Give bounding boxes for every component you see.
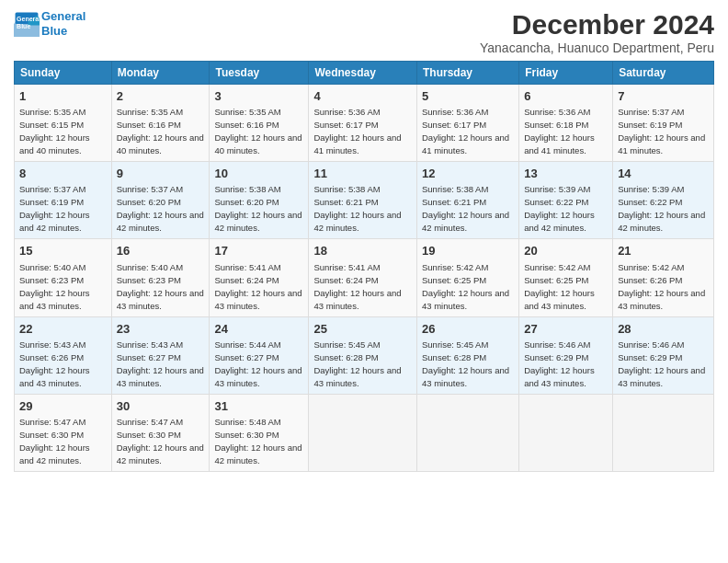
- header-sunday: Sunday: [15, 62, 112, 85]
- cell-content: Sunrise: 5:47 AMSunset: 6:30 PMDaylight:…: [117, 417, 204, 465]
- cell-content: Sunrise: 5:37 AMSunset: 6:19 PMDaylight:…: [618, 107, 705, 155]
- cell-content: Sunrise: 5:41 AMSunset: 6:24 PMDaylight:…: [313, 262, 401, 311]
- calendar-cell: 20Sunrise: 5:42 AMSunset: 6:25 PMDayligh…: [519, 239, 613, 316]
- calendar-cell: 2Sunrise: 5:35 AMSunset: 6:16 PMDaylight…: [111, 85, 210, 162]
- cell-content: Sunrise: 5:42 AMSunset: 6:25 PMDaylight:…: [524, 262, 595, 311]
- cell-content: Sunrise: 5:42 AMSunset: 6:26 PMDaylight:…: [618, 262, 705, 311]
- cell-content: Sunrise: 5:37 AMSunset: 6:20 PMDaylight:…: [117, 184, 204, 233]
- calendar-cell: 15Sunrise: 5:40 AMSunset: 6:23 PMDayligh…: [15, 239, 112, 316]
- calendar-cell: 28Sunrise: 5:46 AMSunset: 6:29 PMDayligh…: [613, 316, 714, 394]
- day-number: 27: [524, 321, 608, 338]
- calendar-cell: 17Sunrise: 5:41 AMSunset: 6:24 PMDayligh…: [210, 239, 309, 316]
- cell-content: Sunrise: 5:35 AMSunset: 6:15 PMDaylight:…: [19, 107, 90, 155]
- day-number: 29: [19, 398, 107, 415]
- cell-content: Sunrise: 5:40 AMSunset: 6:23 PMDaylight:…: [19, 262, 90, 311]
- week-row-1: 1Sunrise: 5:35 AMSunset: 6:15 PMDaylight…: [15, 85, 714, 162]
- calendar-cell: 7Sunrise: 5:37 AMSunset: 6:19 PMDaylight…: [613, 85, 714, 162]
- header-row: SundayMondayTuesdayWednesdayThursdayFrid…: [15, 62, 714, 85]
- week-row-2: 8Sunrise: 5:37 AMSunset: 6:19 PMDaylight…: [15, 162, 714, 239]
- header-wednesday: Wednesday: [309, 62, 417, 85]
- cell-content: Sunrise: 5:38 AMSunset: 6:21 PMDaylight:…: [313, 184, 401, 233]
- week-row-3: 15Sunrise: 5:40 AMSunset: 6:23 PMDayligh…: [15, 239, 714, 316]
- calendar-cell: 25Sunrise: 5:45 AMSunset: 6:28 PMDayligh…: [309, 316, 417, 394]
- week-row-5: 29Sunrise: 5:47 AMSunset: 6:30 PMDayligh…: [15, 394, 714, 471]
- subtitle: Yanacancha, Huanuco Department, Peru: [480, 40, 714, 55]
- day-number: 24: [214, 321, 303, 338]
- cell-content: Sunrise: 5:47 AMSunset: 6:30 PMDaylight:…: [19, 417, 90, 465]
- calendar-cell: [519, 394, 613, 471]
- cell-content: Sunrise: 5:46 AMSunset: 6:29 PMDaylight:…: [524, 339, 595, 388]
- day-number: 1: [19, 88, 107, 105]
- calendar-cell: 19Sunrise: 5:42 AMSunset: 6:25 PMDayligh…: [417, 239, 519, 316]
- calendar-cell: 16Sunrise: 5:40 AMSunset: 6:23 PMDayligh…: [111, 239, 210, 316]
- cell-content: Sunrise: 5:37 AMSunset: 6:19 PMDaylight:…: [19, 184, 90, 233]
- title-block: December 2024 Yanacancha, Huanuco Depart…: [480, 9, 714, 55]
- calendar-cell: 13Sunrise: 5:39 AMSunset: 6:22 PMDayligh…: [519, 162, 613, 239]
- calendar-cell: 18Sunrise: 5:41 AMSunset: 6:24 PMDayligh…: [309, 239, 417, 316]
- cell-content: Sunrise: 5:35 AMSunset: 6:16 PMDaylight:…: [117, 107, 204, 155]
- logo-icon: General Blue: [14, 11, 40, 37]
- header-saturday: Saturday: [613, 62, 714, 85]
- day-number: 31: [214, 398, 303, 415]
- calendar-cell: 11Sunrise: 5:38 AMSunset: 6:21 PMDayligh…: [309, 162, 417, 239]
- day-number: 20: [524, 243, 608, 259]
- calendar-cell: 10Sunrise: 5:38 AMSunset: 6:20 PMDayligh…: [210, 162, 309, 239]
- day-number: 28: [618, 321, 709, 338]
- day-number: 8: [19, 166, 107, 182]
- calendar-cell: 30Sunrise: 5:47 AMSunset: 6:30 PMDayligh…: [111, 394, 210, 471]
- cell-content: Sunrise: 5:43 AMSunset: 6:26 PMDaylight:…: [19, 339, 90, 388]
- cell-content: Sunrise: 5:36 AMSunset: 6:17 PMDaylight:…: [422, 107, 509, 155]
- cell-content: Sunrise: 5:39 AMSunset: 6:22 PMDaylight:…: [524, 184, 595, 233]
- day-number: 19: [422, 243, 514, 259]
- cell-content: Sunrise: 5:45 AMSunset: 6:28 PMDaylight:…: [422, 339, 509, 388]
- calendar-cell: 27Sunrise: 5:46 AMSunset: 6:29 PMDayligh…: [519, 316, 613, 394]
- cell-content: Sunrise: 5:44 AMSunset: 6:27 PMDaylight:…: [214, 339, 301, 388]
- week-row-4: 22Sunrise: 5:43 AMSunset: 6:26 PMDayligh…: [15, 316, 714, 394]
- day-number: 23: [117, 321, 205, 338]
- cell-content: Sunrise: 5:39 AMSunset: 6:22 PMDaylight:…: [618, 184, 705, 233]
- day-number: 16: [117, 243, 205, 259]
- calendar-cell: [309, 394, 417, 471]
- calendar-cell: 22Sunrise: 5:43 AMSunset: 6:26 PMDayligh…: [15, 316, 112, 394]
- calendar-cell: 6Sunrise: 5:36 AMSunset: 6:18 PMDaylight…: [519, 85, 613, 162]
- cell-content: Sunrise: 5:36 AMSunset: 6:17 PMDaylight:…: [313, 107, 401, 155]
- logo-line1: General: [41, 9, 85, 23]
- day-number: 5: [422, 88, 514, 105]
- cell-content: Sunrise: 5:48 AMSunset: 6:30 PMDaylight:…: [214, 417, 301, 465]
- day-number: 4: [313, 88, 412, 105]
- cell-content: Sunrise: 5:40 AMSunset: 6:23 PMDaylight:…: [117, 262, 204, 311]
- cell-content: Sunrise: 5:42 AMSunset: 6:25 PMDaylight:…: [422, 262, 509, 311]
- cell-content: Sunrise: 5:41 AMSunset: 6:24 PMDaylight:…: [214, 262, 301, 311]
- header: General Blue General Blue December 2024 …: [14, 9, 714, 55]
- calendar-cell: 14Sunrise: 5:39 AMSunset: 6:22 PMDayligh…: [613, 162, 714, 239]
- calendar-cell: 23Sunrise: 5:43 AMSunset: 6:27 PMDayligh…: [111, 316, 210, 394]
- day-number: 11: [313, 166, 412, 182]
- cell-content: Sunrise: 5:38 AMSunset: 6:21 PMDaylight:…: [422, 184, 509, 233]
- day-number: 14: [618, 166, 709, 182]
- header-monday: Monday: [111, 62, 210, 85]
- day-number: 12: [422, 166, 514, 182]
- page: General Blue General Blue December 2024 …: [0, 0, 728, 563]
- svg-text:Blue: Blue: [17, 22, 30, 29]
- header-thursday: Thursday: [417, 62, 519, 85]
- calendar-cell: 29Sunrise: 5:47 AMSunset: 6:30 PMDayligh…: [15, 394, 112, 471]
- calendar-cell: 21Sunrise: 5:42 AMSunset: 6:26 PMDayligh…: [613, 239, 714, 316]
- day-number: 15: [19, 243, 107, 259]
- day-number: 17: [214, 243, 303, 259]
- day-number: 25: [313, 321, 412, 338]
- cell-content: Sunrise: 5:43 AMSunset: 6:27 PMDaylight:…: [117, 339, 204, 388]
- calendar-cell: 4Sunrise: 5:36 AMSunset: 6:17 PMDaylight…: [309, 85, 417, 162]
- svg-text:General: General: [17, 15, 40, 21]
- logo: General Blue General Blue: [14, 9, 85, 38]
- calendar-cell: 1Sunrise: 5:35 AMSunset: 6:15 PMDaylight…: [15, 85, 112, 162]
- calendar-cell: 9Sunrise: 5:37 AMSunset: 6:20 PMDaylight…: [111, 162, 210, 239]
- calendar-cell: 26Sunrise: 5:45 AMSunset: 6:28 PMDayligh…: [417, 316, 519, 394]
- cell-content: Sunrise: 5:45 AMSunset: 6:28 PMDaylight:…: [313, 339, 401, 388]
- main-title: December 2024: [480, 9, 714, 40]
- day-number: 30: [117, 398, 205, 415]
- day-number: 21: [618, 243, 709, 259]
- calendar-cell: 24Sunrise: 5:44 AMSunset: 6:27 PMDayligh…: [210, 316, 309, 394]
- logo-text: General Blue: [41, 9, 85, 38]
- day-number: 2: [117, 88, 205, 105]
- calendar-cell: [417, 394, 519, 471]
